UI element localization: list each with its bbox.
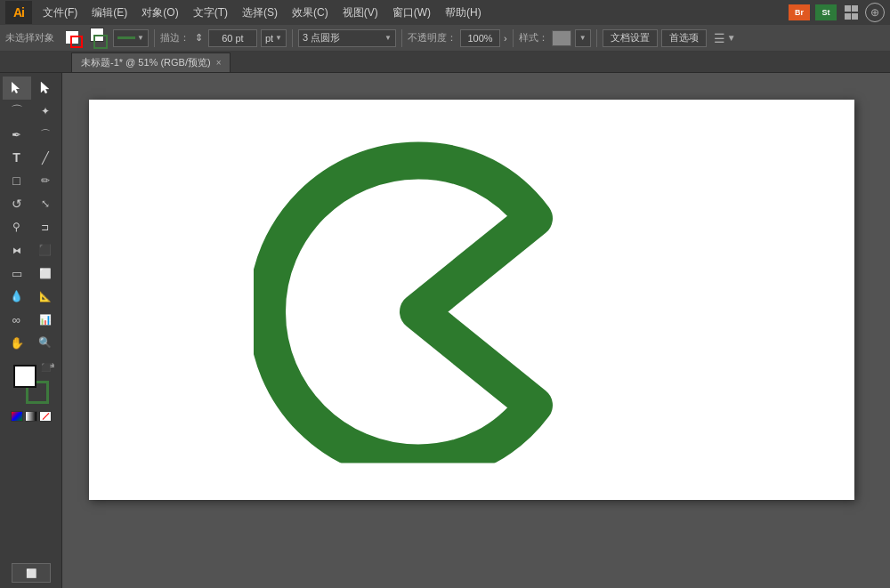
menu-window[interactable]: 窗口(W) [385,4,438,22]
tool-line[interactable]: ╱ [31,146,60,169]
main-shape-path [267,161,534,463]
menu-help[interactable]: 帮助(H) [438,4,489,22]
tool-slice[interactable]: ⬜ [31,262,60,285]
stroke-unit-dropdown[interactable]: pt ▼ [261,29,287,47]
tool-warp[interactable]: ⚲ [3,215,31,238]
tool-rect[interactable]: □ [3,169,31,192]
menu-edit[interactable]: 编辑(E) [85,4,134,22]
stroke-shape-dropdown[interactable]: 3 点圆形 ▼ [298,29,396,47]
tool-zoom[interactable]: 🔍 [31,331,60,354]
workspace-controls: ☰ ▼ [714,31,736,45]
stroke-type-dropdown[interactable]: ▼ [113,29,149,47]
tool-row-5: □ ✏ [1,169,61,192]
tool-paintbrush[interactable]: ✏ [31,169,60,192]
no-color-icon[interactable] [39,411,52,422]
tool-scale[interactable]: ⤡ [31,192,60,215]
tool-eyedropper[interactable]: 💧 [3,285,31,308]
stroke-fill-indicator [90,28,111,49]
separator-4 [513,29,514,47]
toolbar-bottom: ⬜ [12,563,51,588]
separator-1 [154,29,155,47]
tool-hand[interactable]: ✋ [3,331,31,354]
tab-close-button[interactable]: × [216,58,222,68]
default-colors-icon[interactable]: ⬛ [41,363,51,372]
apps-grid-icon[interactable] [842,4,860,20]
fill-color-swatch[interactable] [13,365,36,388]
workspace-arrow[interactable]: ▼ [727,33,736,43]
tool-shape-builder[interactable]: ⧓ [3,238,31,262]
tool-magic-wand[interactable]: ✦ [31,100,60,123]
style-swatch[interactable] [552,30,571,46]
tool-pen[interactable]: ✒ [3,123,31,146]
draw-mode-button[interactable]: ⬜ [12,563,51,583]
tool-rotate[interactable]: ↺ [3,192,31,215]
separator-3 [401,29,402,47]
tool-lasso[interactable]: ⌒ [3,100,31,123]
gradient-icon[interactable] [25,411,37,422]
tool-direct-selection[interactable] [31,77,60,100]
menu-object[interactable]: 对象(O) [134,4,185,22]
tool-row-9: ▭ ⬜ [1,262,61,285]
artboard [89,100,854,500]
separator-2 [292,29,293,47]
tool-row-11: ∞ 📊 [1,308,61,331]
title-bar: Ai 文件(F) 编辑(E) 对象(O) 文字(T) 选择(S) 效果(C) 视… [0,0,890,25]
menu-view[interactable]: 视图(V) [336,4,385,22]
style-dropdown[interactable]: ▼ [575,29,591,47]
shape-dropdown-container: 3 点圆形 ▼ [298,29,396,47]
tool-row-6: ↺ ⤡ [1,192,61,215]
fill-stroke-box: ⬛ ⇄ [12,365,51,404]
menu-type[interactable]: 文字(T) [186,4,235,22]
solid-color-icon[interactable] [11,411,23,422]
opacity-input[interactable] [460,29,500,47]
tool-width[interactable]: ⊐ [31,215,60,238]
stroke-weight-input[interactable] [208,29,257,47]
tool-live-paint[interactable]: ⬛ [31,238,60,262]
separator-5 [596,29,597,47]
tool-row-4: T ╱ [1,146,61,169]
tool-row-10: 💧 📐 [1,285,61,308]
bridge-icon[interactable]: Br [789,4,810,20]
menu-select[interactable]: 选择(S) [235,4,285,22]
selection-label: 未选择对象 [5,31,54,44]
tool-row-2: ⌒ ✦ [1,100,61,123]
tool-row-1 [1,77,61,100]
menu-file[interactable]: 文件(F) [36,4,85,22]
tool-artboard[interactable]: ▭ [3,262,31,285]
shape-label: 3 点圆形 [303,31,340,44]
tool-row-12: ✋ 🔍 [1,331,61,354]
circular-menu-icon[interactable]: ⊕ [865,3,885,22]
opacity-arrow: › [504,33,507,44]
canvas-area[interactable] [62,73,890,588]
style-label: 样式： [519,31,548,44]
opacity-label: 不透明度： [408,31,457,44]
tab-bar: 未标题-1* @ 51% (RGB/预览) × [0,52,890,73]
main-area: ⌒ ✦ ✒ ⌒ T ╱ □ [0,73,890,588]
menu-effect[interactable]: 效果(C) [285,4,336,22]
color-mode-row [11,411,52,422]
options-bar: 未选择对象 ▼ 描边： ⇕ pt ▼ 3 点圆形 ▼ 不透明度： › 样式 [0,25,890,52]
prefs-button[interactable]: 首选项 [661,29,707,47]
tab-title: 未标题-1* @ 51% (RGB/预览) [81,56,211,69]
tool-curvature[interactable]: ⌒ [31,123,60,146]
tool-chart[interactable]: 📊 [31,308,60,331]
tool-selection[interactable] [3,77,31,100]
shape-svg [254,134,583,463]
tool-measure[interactable]: 📐 [31,285,60,308]
doc-settings-button[interactable]: 文档设置 [603,29,658,47]
tool-blend[interactable]: ∞ [3,308,31,331]
tool-row-8: ⧓ ⬛ [1,238,61,262]
stroke-weight-label: 描边： [160,31,190,44]
toolbar: ⌒ ✦ ✒ ⌒ T ╱ □ [0,73,62,588]
shape-container [254,134,583,466]
menu-bar: 文件(F) 编辑(E) 对象(O) 文字(T) 选择(S) 效果(C) 视图(V… [36,4,785,22]
app-logo: Ai [5,1,32,24]
stock-icon[interactable]: St [815,4,837,20]
tool-type[interactable]: T [3,146,31,169]
tool-row-7: ⚲ ⊐ [1,215,61,238]
fill-swatch[interactable] [63,28,83,48]
workspace-icon[interactable]: ☰ [714,31,725,45]
document-tab[interactable]: 未标题-1* @ 51% (RGB/预览) × [71,52,231,72]
stroke-arrows: ⇕ [195,32,203,44]
title-bar-right: Br St ⊕ [789,3,885,22]
